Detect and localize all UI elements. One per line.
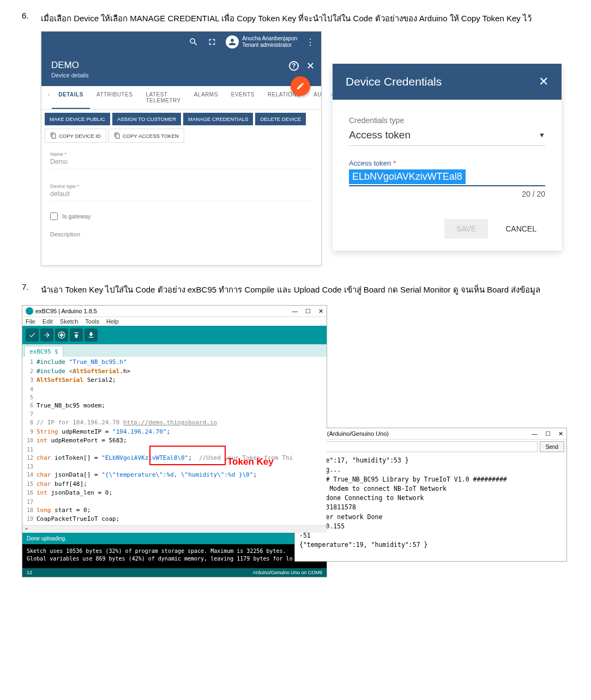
code-line: 15char buff[48]; <box>22 480 327 489</box>
user-name: Anucha Arianbenjapon <box>242 35 297 42</box>
credentials-dialog: Device Credentials ✕ Credentials type Ac… <box>333 64 562 251</box>
assign-customer-button[interactable]: ASSIGN TO CUSTOMER <box>112 113 181 125</box>
console-output: Sketch uses 10536 bytes (32%) of program… <box>22 544 327 568</box>
code-line: 3AltSoftSerial Serial2; <box>22 376 327 385</box>
status-bar: Done uploading. <box>22 533 327 544</box>
name-value: Demo <box>50 157 312 169</box>
verify-button[interactable] <box>26 328 39 342</box>
arduino-window-title: exBC95 | Arduino 1.8.5 <box>35 308 97 314</box>
arduino-logo-icon <box>26 307 33 315</box>
credentials-title: Device Credentials <box>346 75 442 88</box>
tab-alarms[interactable]: ALARMS <box>188 86 225 109</box>
edit-fab[interactable] <box>291 76 310 96</box>
code-line: 7 <box>22 410 327 418</box>
token-highlight-box <box>149 446 226 465</box>
code-line: 6True_NB_bc95 modem; <box>22 401 327 411</box>
close-icon[interactable]: ✕ <box>558 430 563 437</box>
tb-header: DEMO Device details ? ✕ <box>41 52 321 86</box>
menu-edit[interactable]: Edit <box>43 318 53 325</box>
copy-device-id-button[interactable]: COPY DEVICE ID <box>45 129 106 143</box>
delete-device-button[interactable]: DELETE DEVICE <box>255 113 306 125</box>
open-button[interactable] <box>70 328 83 342</box>
tb-tabs: ‹ DETAILS ATTRIBUTES LATEST TELEMETRY AL… <box>41 86 321 109</box>
code-line: 8// IP for 104.196.24.70 http://demo.thi… <box>22 418 327 428</box>
save-button[interactable] <box>85 328 98 342</box>
menu-sketch[interactable]: Sketch <box>60 318 79 325</box>
menu-help[interactable]: Help <box>106 318 119 325</box>
code-line: 4 <box>22 385 327 393</box>
serial-monitor-window: COM9 (Arduino/Genuino Uno) — ☐ ✕ Send -5… <box>294 428 567 562</box>
tab-audit[interactable]: AU <box>307 86 328 109</box>
cancel-button[interactable]: CANCEL <box>493 219 548 239</box>
kebab-icon[interactable]: ⋮ <box>306 37 315 47</box>
maximize-icon[interactable]: ☐ <box>545 430 551 437</box>
gateway-checkbox[interactable] <box>50 212 58 220</box>
tab-attributes[interactable]: ATTRIBUTES <box>90 86 139 109</box>
code-line: 5 <box>22 393 327 401</box>
tab-arrow-left[interactable]: ‹ <box>46 86 52 109</box>
gateway-label: Is gateway <box>62 213 91 220</box>
search-icon[interactable] <box>189 37 198 47</box>
type-value: default <box>50 189 312 202</box>
maximize-icon[interactable]: ☐ <box>305 308 311 315</box>
copy-access-token-button[interactable]: COPY ACCESS TOKEN <box>108 129 184 143</box>
tab-events[interactable]: EVENTS <box>225 86 261 109</box>
arduino-menubar[interactable]: File Edit Sketch Tools Help <box>22 317 327 326</box>
bottom-status-bar: 12 Arduino/Genuino Uno on COM9 <box>22 568 327 577</box>
step7-number: 7. <box>22 282 41 297</box>
manage-credentials-button[interactable]: MANAGE CREDENTIALS <box>183 113 253 125</box>
copy-icon <box>50 132 57 139</box>
send-button[interactable]: Send <box>540 441 564 452</box>
step6-text: เมื่อเลือก Device ให้เลือก MANAGE CREDEN… <box>41 11 532 26</box>
arduino-toolbar <box>22 326 327 344</box>
help-icon[interactable]: ? <box>289 61 299 71</box>
access-token-value[interactable]: ELbNVgoiAVKzivWTEal8 <box>349 169 466 184</box>
code-line: 1#include "True_NB_bc95.h" <box>22 358 327 367</box>
close-icon[interactable]: ✕ <box>318 308 323 315</box>
menu-file[interactable]: File <box>26 318 35 325</box>
close-icon[interactable]: ✕ <box>306 60 315 72</box>
step6-number: 6. <box>22 11 41 26</box>
avatar-icon <box>226 35 239 48</box>
code-line: 18long start = 0; <box>22 506 327 515</box>
description-label: Description <box>41 228 321 265</box>
minimize-icon[interactable]: — <box>532 430 538 437</box>
sketch-tab[interactable]: exBC95 § <box>25 346 63 357</box>
make-public-button[interactable]: MAKE DEVICE PUBLIC <box>45 113 110 125</box>
token-char-count: 20 / 20 <box>349 190 545 198</box>
chevron-down-icon: ▼ <box>539 131 545 139</box>
credentials-type-select[interactable]: Access token ▼ <box>349 127 545 146</box>
code-line: 14char jsonData[] = "{\"temperature\":%d… <box>22 471 327 480</box>
tab-details[interactable]: DETAILS <box>52 86 90 109</box>
arduino-ide-window: exBC95 | Arduino 1.8.5 — ☐ ✕ File Edit S… <box>22 305 327 577</box>
code-line: 9String udpRemoteIP = "104.196.24.70"; <box>22 428 327 437</box>
access-token-label: Access token * <box>349 159 545 167</box>
step7-text: นำเอา Token Key ไปใส่ใน Code ตัวอย่าง ex… <box>41 282 540 297</box>
code-editor[interactable]: Token Key 1#include "True_NB_bc95.h"2#in… <box>22 357 327 525</box>
device-title: DEMO <box>51 60 311 71</box>
user-role: Tenant administrator <box>242 42 297 48</box>
save-button[interactable]: SAVE <box>444 219 488 239</box>
type-label: Device type * <box>50 184 312 189</box>
menu-tools[interactable]: Tools <box>85 318 99 325</box>
name-label: Name * <box>50 151 312 157</box>
code-line: 17 <box>22 498 327 506</box>
code-line: 19CoapPacketTrueIoT coap; <box>22 515 327 524</box>
credentials-type-label: Credentials type <box>349 116 545 125</box>
code-line: 10int udpRemotePort = 5683; <box>22 436 327 446</box>
new-button[interactable] <box>55 328 68 342</box>
thingsboard-device-panel: Anucha Arianbenjapon Tenant administrato… <box>41 31 322 266</box>
serial-output: -5rature":17, "humidity":53 } Starting..… <box>295 454 566 561</box>
serial-input[interactable] <box>297 441 538 452</box>
token-key-annotation: Token Key <box>227 455 274 469</box>
credentials-close-icon[interactable]: ✕ <box>539 75 548 89</box>
device-subtitle: Device details <box>51 72 311 78</box>
user-menu[interactable]: Anucha Arianbenjapon Tenant administrato… <box>226 35 297 48</box>
fullscreen-icon[interactable] <box>207 37 217 47</box>
horizontal-scrollbar[interactable] <box>22 525 327 533</box>
minimize-icon[interactable]: — <box>292 308 298 315</box>
code-line: 2#include <AltSoftSerial.h> <box>22 367 327 376</box>
upload-button[interactable] <box>40 328 53 342</box>
tab-telemetry[interactable]: LATEST TELEMETRY <box>139 86 187 109</box>
code-line: 16int jsonData_len = 0; <box>22 489 327 498</box>
